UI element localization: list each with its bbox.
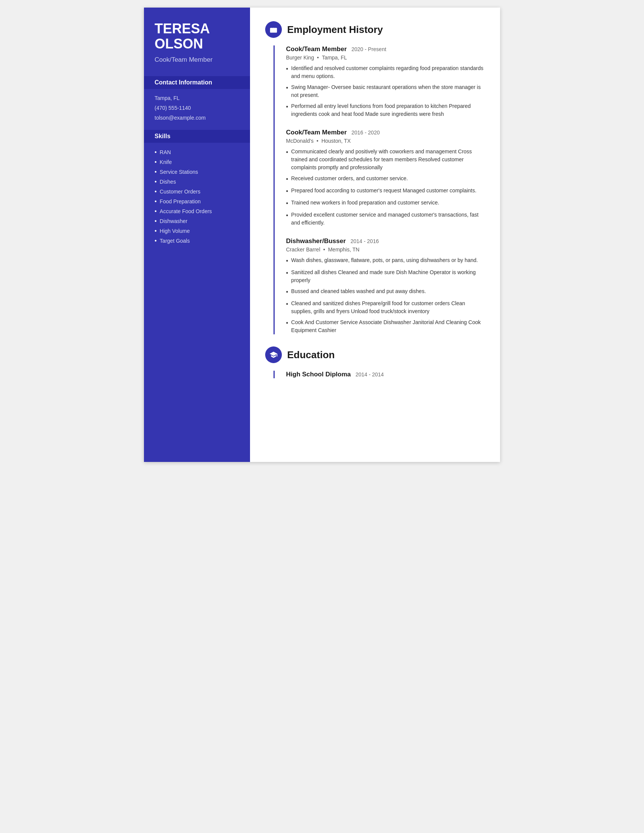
job-3: Dishwasher/Busser 2014 - 2016 Cracker Ba… bbox=[286, 237, 485, 334]
job-2-title: Cook/Team Member bbox=[286, 129, 347, 136]
skill-item: Accurate Food Orders bbox=[155, 208, 240, 215]
candidate-title: Cook/Team Member bbox=[155, 56, 240, 64]
employment-timeline: Cook/Team Member 2020 - Present Burger K… bbox=[274, 45, 485, 334]
bullet: Wash dishes, glassware, flatware, pots, … bbox=[286, 256, 485, 265]
skill-item: RAN bbox=[155, 149, 240, 156]
bullet: Communicated clearly and positively with… bbox=[286, 148, 485, 172]
job-1-title: Cook/Team Member bbox=[286, 45, 347, 53]
skill-item: Target Goals bbox=[155, 237, 240, 244]
bullet: Provided excellent customer service and … bbox=[286, 211, 485, 227]
bullet: Bussed and cleaned tables washed and put… bbox=[286, 287, 485, 296]
job-2-header: Cook/Team Member 2016 - 2020 bbox=[286, 129, 485, 136]
resume-container: TERESA OLSON Cook/Team Member Contact In… bbox=[144, 8, 500, 462]
bullet: Cleaned and sanitized dishes Prepare/gri… bbox=[286, 299, 485, 315]
job-3-company: Cracker Barrel • Memphis, TN bbox=[286, 246, 485, 252]
bullet: Identified and resolved customer complai… bbox=[286, 64, 485, 80]
bullet: Received customer orders, and customer s… bbox=[286, 175, 485, 183]
contact-section-title: Contact Information bbox=[144, 76, 250, 89]
bullet: Prepared food according to customer's re… bbox=[286, 187, 485, 196]
employment-header: Employment History bbox=[265, 21, 485, 38]
bullet: Performed all entry level functions from… bbox=[286, 102, 485, 118]
skills-list: RAN Knife Service Stations Dishes Custom… bbox=[155, 149, 240, 244]
education-header: Education bbox=[265, 346, 485, 363]
contact-location: Tampa, FL bbox=[155, 95, 240, 101]
job-1-header: Cook/Team Member 2020 - Present bbox=[286, 45, 485, 53]
job-3-dates: 2014 - 2016 bbox=[350, 238, 379, 244]
candidate-name: TERESA OLSON bbox=[155, 21, 240, 51]
job-2-bullets: Communicated clearly and positively with… bbox=[286, 148, 485, 227]
skills-section-title: Skills bbox=[144, 130, 250, 143]
skill-item: Dishwasher bbox=[155, 218, 240, 225]
edu-dates: 2014 - 2014 bbox=[355, 371, 384, 378]
bullet: Sanitized all dishes Cleaned and made su… bbox=[286, 269, 485, 285]
job-1-company: Burger King • Tampa, FL bbox=[286, 55, 485, 61]
job-2-company: McDonald's • Houston, TX bbox=[286, 138, 485, 144]
bullet: Swing Manager- Oversee basic restaurant … bbox=[286, 83, 485, 99]
education-icon bbox=[265, 346, 282, 363]
job-2-dates: 2016 - 2020 bbox=[351, 130, 380, 135]
education-section-title: Education bbox=[287, 349, 335, 361]
skill-item: High Volume bbox=[155, 228, 240, 234]
contact-phone: (470) 555-1140 bbox=[155, 105, 240, 111]
skill-item: Knife bbox=[155, 159, 240, 166]
main-content: Employment History Cook/Team Member 2020… bbox=[250, 8, 500, 462]
job-3-title: Dishwasher/Busser bbox=[286, 237, 346, 244]
edu-item-1: High School Diploma 2014 - 2014 bbox=[274, 371, 485, 378]
edu-degree: High School Diploma bbox=[286, 371, 351, 378]
skill-item: Food Preparation bbox=[155, 198, 240, 205]
skill-item: Dishes bbox=[155, 178, 240, 185]
job-1-bullets: Identified and resolved customer complai… bbox=[286, 64, 485, 118]
skill-item: Service Stations bbox=[155, 169, 240, 175]
job-2: Cook/Team Member 2016 - 2020 McDonald's … bbox=[286, 129, 485, 227]
employment-icon bbox=[265, 21, 282, 38]
bullet: Trained new workers in food preparation … bbox=[286, 199, 485, 208]
contact-email: tolson@example.com bbox=[155, 115, 240, 121]
bullet: Cook And Customer Service Associate Dish… bbox=[286, 318, 485, 334]
svg-rect-0 bbox=[270, 27, 277, 32]
job-3-bullets: Wash dishes, glassware, flatware, pots, … bbox=[286, 256, 485, 334]
skill-item: Customer Orders bbox=[155, 188, 240, 195]
job-3-header: Dishwasher/Busser 2014 - 2016 bbox=[286, 237, 485, 245]
sidebar: TERESA OLSON Cook/Team Member Contact In… bbox=[144, 8, 250, 462]
employment-section-title: Employment History bbox=[287, 24, 383, 35]
job-1-dates: 2020 - Present bbox=[351, 46, 386, 52]
job-1: Cook/Team Member 2020 - Present Burger K… bbox=[286, 45, 485, 118]
